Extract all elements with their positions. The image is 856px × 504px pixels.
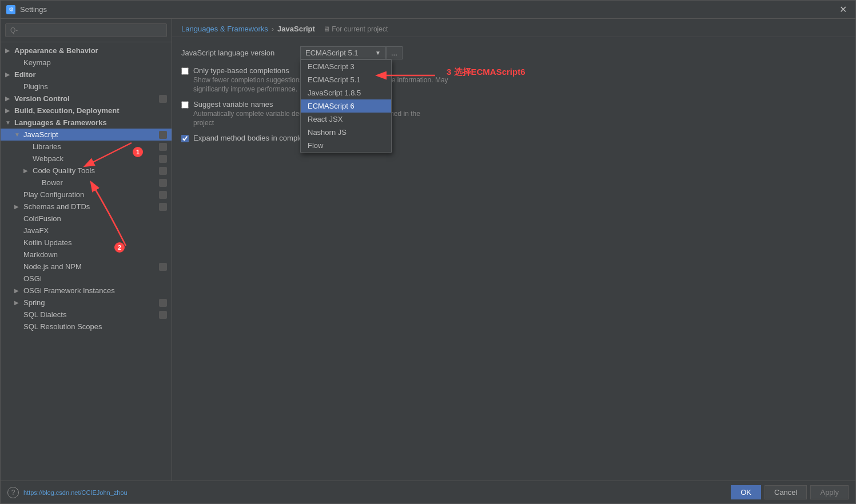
dropdown-option-nashorn-js[interactable]: Nashorn JS	[301, 126, 391, 139]
sidebar-item-javafx[interactable]: JavaFX	[1, 225, 172, 237]
build-execution-label: Build, Execution, Deployment	[14, 106, 119, 115]
sidebar-item-spring[interactable]: Spring	[1, 297, 172, 309]
webpack-arrow	[23, 155, 30, 162]
schemas-dtds-label: Schemas and DTDs	[23, 202, 90, 211]
checkbox2-row: Suggest variable names Automatically com…	[181, 100, 846, 127]
sidebar-item-build-execution[interactable]: Build, Execution, Deployment	[1, 105, 172, 117]
dropdown-option-javascript-1.8.5[interactable]: JavaScript 1.8.5	[301, 86, 391, 99]
breadcrumb: Languages & Frameworks › JavaScript 🖥 Fo…	[172, 19, 855, 37]
sidebar-item-webpack[interactable]: Webpack	[1, 153, 172, 165]
sidebar-item-sql-dialects[interactable]: SQL Dialects	[1, 309, 172, 321]
sidebar-item-code-quality[interactable]: Code Quality Tools	[1, 165, 172, 177]
sidebar-tree: Appearance & BehaviorKeymapEditorPlugins…	[1, 42, 172, 481]
coldfusion-arrow	[14, 215, 21, 222]
nodejs-npm-arrow	[14, 263, 21, 270]
webpack-label: Webpack	[33, 154, 63, 163]
app-icon: ⚙	[6, 5, 15, 14]
sidebar-item-libraries[interactable]: Libraries	[1, 141, 172, 153]
dropdown-option-ecmascript-5.1[interactable]: ECMAScript 5.1	[301, 73, 391, 86]
checkbox1-input[interactable]	[181, 67, 189, 75]
breadcrumb-part1[interactable]: Languages & Frameworks	[181, 25, 268, 33]
appearance-arrow	[5, 47, 12, 54]
play-config-badge	[159, 191, 167, 199]
sidebar-item-languages-frameworks[interactable]: Languages & Frameworks	[1, 117, 172, 129]
sidebar-item-sql-resolution[interactable]: SQL Resolution Scopes	[1, 321, 172, 333]
appearance-label: Appearance & Behavior	[14, 46, 98, 55]
cancel-button[interactable]: Cancel	[765, 485, 807, 499]
play-config-arrow	[14, 191, 21, 198]
languages-frameworks-label: Languages & Frameworks	[14, 118, 107, 127]
keymap-arrow	[14, 59, 21, 66]
help-button[interactable]: ?	[7, 487, 19, 498]
settings-window: ⚙ Settings ✕ Appearance & BehaviorKeymap…	[0, 0, 856, 504]
search-input[interactable]	[5, 23, 167, 37]
languages-frameworks-arrow	[5, 119, 12, 126]
bottom-bar: ? https://blog.csdn.net/CCIEJohn_zhou OK…	[1, 481, 855, 503]
sql-resolution-label: SQL Resolution Scopes	[23, 322, 102, 331]
osgi-framework-label: OSGi Framework Instances	[23, 286, 115, 295]
checkbox2-input[interactable]	[181, 101, 189, 109]
language-version-row: JavaScript language version ECMAScript 5…	[181, 46, 846, 59]
bower-arrow	[33, 179, 39, 186]
sidebar-item-appearance[interactable]: Appearance & Behavior	[1, 45, 172, 57]
dropdown-caret: ▼	[375, 50, 381, 56]
bower-label: Bower	[42, 178, 63, 187]
dropdown-option-react-jsx[interactable]: React JSX	[301, 113, 391, 126]
checkbox1-row: Only type-based completions Show fewer c…	[181, 66, 846, 93]
checkbox3-input[interactable]	[181, 135, 189, 142]
sidebar-item-markdown[interactable]: Markdown	[1, 249, 172, 261]
sidebar-item-osgi[interactable]: OSGi	[1, 273, 172, 285]
nodejs-npm-label: Node.js and NPM	[23, 262, 82, 271]
coldfusion-label: ColdFusion	[23, 214, 61, 223]
search-box	[1, 19, 172, 42]
bottom-left: ? https://blog.csdn.net/CCIEJohn_zhou	[7, 487, 128, 498]
spring-badge	[159, 299, 167, 307]
project-icon: 🖥	[323, 25, 330, 33]
dropdown-value: ECMAScript 5.1	[305, 49, 358, 57]
play-config-label: Play Configuration	[23, 190, 84, 199]
sidebar-item-bower[interactable]: Bower	[1, 177, 172, 189]
dropdown-option-flow[interactable]: Flow	[301, 139, 391, 152]
code-quality-label: Code Quality Tools	[33, 166, 95, 175]
javafx-label: JavaFX	[23, 226, 49, 235]
sidebar-item-kotlin-updates[interactable]: Kotlin Updates	[1, 237, 172, 249]
sidebar-item-nodejs-npm[interactable]: Node.js and NPM	[1, 261, 172, 273]
sidebar-item-plugins[interactable]: Plugins	[1, 81, 172, 93]
language-dropdown[interactable]: ECMAScript 5.1 ▼	[300, 46, 386, 59]
javascript-arrow	[14, 131, 21, 138]
sidebar-item-editor[interactable]: Editor	[1, 69, 172, 81]
sidebar-item-coldfusion[interactable]: ColdFusion	[1, 213, 172, 225]
markdown-label: Markdown	[23, 250, 58, 259]
bottom-right: OK Cancel Apply	[731, 485, 849, 499]
sidebar-item-keymap[interactable]: Keymap	[1, 57, 172, 69]
sidebar-item-osgi-framework[interactable]: OSGi Framework Instances	[1, 285, 172, 297]
dropdown-wrapper: ECMAScript 5.1 ▼ ... ECMAScript 3ECMAScr…	[300, 46, 403, 59]
sidebar-item-javascript[interactable]: JavaScript	[1, 129, 172, 141]
plugins-arrow	[14, 83, 21, 90]
dropdown-menu: ECMAScript 3ECMAScript 5.1JavaScript 1.8…	[300, 59, 392, 153]
sidebar-item-schemas-dtds[interactable]: Schemas and DTDs	[1, 201, 172, 213]
dropdown-option-ecmascript-3[interactable]: ECMAScript 3	[301, 60, 391, 73]
libraries-badge	[159, 143, 167, 151]
spring-arrow	[14, 299, 21, 306]
nodejs-npm-badge	[159, 263, 167, 271]
apply-button[interactable]: Apply	[810, 485, 849, 499]
bower-badge	[159, 179, 167, 187]
code-quality-badge	[159, 167, 167, 175]
sidebar: Appearance & BehaviorKeymapEditorPlugins…	[1, 19, 172, 481]
main-content: Appearance & BehaviorKeymapEditorPlugins…	[1, 19, 855, 481]
settings-content: JavaScript language version ECMAScript 5…	[172, 37, 855, 481]
breadcrumb-separator: ›	[272, 25, 274, 33]
osgi-label: OSGi	[23, 274, 42, 283]
sidebar-item-version-control[interactable]: Version Control	[1, 93, 172, 105]
editor-label: Editor	[14, 70, 36, 79]
schemas-dtds-badge	[159, 203, 167, 211]
dropdown-option-ecmascript-6[interactable]: ECMAScript 6	[301, 99, 391, 113]
webpack-badge	[159, 155, 167, 163]
spring-label: Spring	[23, 298, 45, 307]
dropdown-extra-button[interactable]: ...	[386, 46, 403, 59]
close-button[interactable]: ✕	[836, 3, 850, 17]
ok-button[interactable]: OK	[731, 485, 761, 499]
javafx-arrow	[14, 227, 21, 234]
sidebar-item-play-config[interactable]: Play Configuration	[1, 189, 172, 201]
